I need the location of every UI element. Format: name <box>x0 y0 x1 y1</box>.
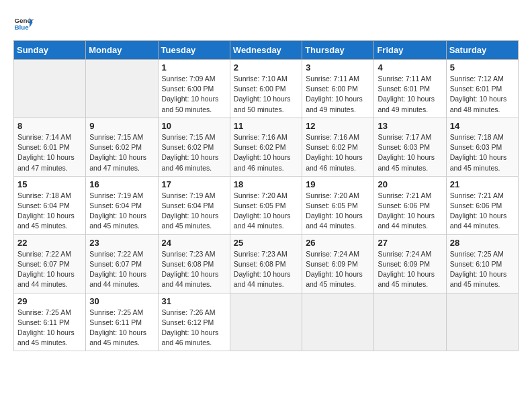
day-number: 14 <box>450 121 515 131</box>
day-number: 4 <box>378 62 442 73</box>
day-info: Sunrise: 7:22 AMSunset: 6:07 PMDaylight:… <box>89 249 154 290</box>
calendar-cell: 19Sunrise: 7:20 AMSunset: 6:05 PMDayligh… <box>302 176 374 234</box>
calendar-week-row: 15Sunrise: 7:18 AMSunset: 6:04 PMDayligh… <box>14 176 519 234</box>
calendar-cell: 12Sunrise: 7:16 AMSunset: 6:02 PMDayligh… <box>302 118 374 176</box>
day-info: Sunrise: 7:18 AMSunset: 6:03 PMDaylight:… <box>450 132 515 173</box>
calendar-cell: 23Sunrise: 7:22 AMSunset: 6:07 PMDayligh… <box>86 234 158 293</box>
calendar-cell <box>374 293 446 351</box>
day-info: Sunrise: 7:25 AMSunset: 6:11 PMDaylight:… <box>89 308 154 349</box>
day-number: 15 <box>17 179 82 189</box>
day-info: Sunrise: 7:12 AMSunset: 6:01 PMDaylight:… <box>450 74 515 115</box>
calendar-week-row: 1Sunrise: 7:09 AMSunset: 6:00 PMDaylight… <box>14 60 519 118</box>
page-header: General Blue <box>13 13 519 34</box>
day-info: Sunrise: 7:16 AMSunset: 6:02 PMDaylight:… <box>306 132 370 173</box>
day-info: Sunrise: 7:21 AMSunset: 6:06 PMDaylight:… <box>450 191 515 232</box>
day-number: 8 <box>17 121 82 131</box>
day-info: Sunrise: 7:09 AMSunset: 6:00 PMDaylight:… <box>162 74 226 115</box>
day-number: 28 <box>450 238 515 248</box>
day-number: 27 <box>378 238 442 248</box>
calendar-cell: 28Sunrise: 7:25 AMSunset: 6:10 PMDayligh… <box>446 234 518 293</box>
day-number: 20 <box>378 179 442 189</box>
day-number: 10 <box>162 121 226 131</box>
calendar-cell <box>14 60 86 118</box>
calendar-cell: 27Sunrise: 7:24 AMSunset: 6:09 PMDayligh… <box>374 234 446 293</box>
day-number: 19 <box>306 179 370 189</box>
calendar-cell: 24Sunrise: 7:23 AMSunset: 6:08 PMDayligh… <box>158 234 230 293</box>
svg-text:Blue: Blue <box>15 24 30 31</box>
day-number: 23 <box>89 238 154 248</box>
calendar-week-row: 8Sunrise: 7:14 AMSunset: 6:01 PMDaylight… <box>14 118 519 176</box>
day-number: 22 <box>17 238 82 248</box>
day-number: 30 <box>89 296 154 306</box>
day-info: Sunrise: 7:23 AMSunset: 6:08 PMDaylight:… <box>162 249 226 290</box>
day-info: Sunrise: 7:25 AMSunset: 6:11 PMDaylight:… <box>17 308 82 349</box>
dow-header: Saturday <box>446 41 518 60</box>
day-info: Sunrise: 7:17 AMSunset: 6:03 PMDaylight:… <box>378 132 442 173</box>
calendar-cell: 8Sunrise: 7:14 AMSunset: 6:01 PMDaylight… <box>14 118 86 176</box>
calendar-cell: 10Sunrise: 7:15 AMSunset: 6:02 PMDayligh… <box>158 118 230 176</box>
calendar-cell <box>86 60 158 118</box>
day-number: 21 <box>450 179 515 189</box>
day-number: 12 <box>306 121 370 131</box>
day-info: Sunrise: 7:21 AMSunset: 6:06 PMDaylight:… <box>378 191 442 232</box>
calendar-cell: 31Sunrise: 7:26 AMSunset: 6:12 PMDayligh… <box>158 293 230 351</box>
calendar-cell: 5Sunrise: 7:12 AMSunset: 6:01 PMDaylight… <box>446 60 518 118</box>
calendar-cell: 30Sunrise: 7:25 AMSunset: 6:11 PMDayligh… <box>86 293 158 351</box>
dow-header: Tuesday <box>158 41 230 60</box>
dow-header: Friday <box>374 41 446 60</box>
day-number: 29 <box>17 296 82 306</box>
calendar-cell: 22Sunrise: 7:22 AMSunset: 6:07 PMDayligh… <box>14 234 86 293</box>
calendar-cell: 3Sunrise: 7:11 AMSunset: 6:00 PMDaylight… <box>302 60 374 118</box>
day-info: Sunrise: 7:15 AMSunset: 6:02 PMDaylight:… <box>162 132 226 173</box>
day-number: 2 <box>234 62 298 73</box>
dow-header: Sunday <box>14 41 86 60</box>
day-number: 11 <box>234 121 298 131</box>
calendar-cell: 1Sunrise: 7:09 AMSunset: 6:00 PMDaylight… <box>158 60 230 118</box>
calendar-cell: 13Sunrise: 7:17 AMSunset: 6:03 PMDayligh… <box>374 118 446 176</box>
day-number: 18 <box>234 179 298 189</box>
calendar-week-row: 22Sunrise: 7:22 AMSunset: 6:07 PMDayligh… <box>14 234 519 293</box>
calendar-cell: 16Sunrise: 7:19 AMSunset: 6:04 PMDayligh… <box>86 176 158 234</box>
calendar-cell: 2Sunrise: 7:10 AMSunset: 6:00 PMDaylight… <box>230 60 302 118</box>
day-info: Sunrise: 7:18 AMSunset: 6:04 PMDaylight:… <box>17 191 82 232</box>
calendar-week-row: 29Sunrise: 7:25 AMSunset: 6:11 PMDayligh… <box>14 293 519 351</box>
dow-header: Monday <box>86 41 158 60</box>
day-info: Sunrise: 7:24 AMSunset: 6:09 PMDaylight:… <box>378 249 442 290</box>
calendar-cell: 29Sunrise: 7:25 AMSunset: 6:11 PMDayligh… <box>14 293 86 351</box>
day-number: 25 <box>234 238 298 248</box>
day-info: Sunrise: 7:11 AMSunset: 6:00 PMDaylight:… <box>306 74 370 115</box>
day-number: 13 <box>378 121 442 131</box>
day-info: Sunrise: 7:20 AMSunset: 6:05 PMDaylight:… <box>234 191 298 232</box>
day-number: 17 <box>162 179 226 189</box>
day-info: Sunrise: 7:22 AMSunset: 6:07 PMDaylight:… <box>17 249 82 290</box>
day-info: Sunrise: 7:14 AMSunset: 6:01 PMDaylight:… <box>17 132 82 173</box>
day-info: Sunrise: 7:25 AMSunset: 6:10 PMDaylight:… <box>450 249 515 290</box>
day-info: Sunrise: 7:15 AMSunset: 6:02 PMDaylight:… <box>89 132 154 173</box>
logo: General Blue <box>13 13 34 34</box>
day-number: 24 <box>162 238 226 248</box>
calendar-cell: 18Sunrise: 7:20 AMSunset: 6:05 PMDayligh… <box>230 176 302 234</box>
calendar-cell: 21Sunrise: 7:21 AMSunset: 6:06 PMDayligh… <box>446 176 518 234</box>
day-number: 5 <box>450 62 515 73</box>
day-number: 31 <box>162 296 226 306</box>
day-info: Sunrise: 7:26 AMSunset: 6:12 PMDaylight:… <box>162 308 226 349</box>
calendar-cell: 25Sunrise: 7:23 AMSunset: 6:08 PMDayligh… <box>230 234 302 293</box>
calendar-body: 1Sunrise: 7:09 AMSunset: 6:00 PMDaylight… <box>14 60 519 351</box>
logo-icon: General Blue <box>13 13 34 34</box>
calendar-cell: 14Sunrise: 7:18 AMSunset: 6:03 PMDayligh… <box>446 118 518 176</box>
calendar-cell: 17Sunrise: 7:19 AMSunset: 6:04 PMDayligh… <box>158 176 230 234</box>
calendar-cell: 4Sunrise: 7:11 AMSunset: 6:01 PMDaylight… <box>374 60 446 118</box>
dow-header: Thursday <box>302 41 374 60</box>
calendar-cell: 20Sunrise: 7:21 AMSunset: 6:06 PMDayligh… <box>374 176 446 234</box>
day-info: Sunrise: 7:16 AMSunset: 6:02 PMDaylight:… <box>234 132 298 173</box>
day-info: Sunrise: 7:24 AMSunset: 6:09 PMDaylight:… <box>306 249 370 290</box>
day-info: Sunrise: 7:19 AMSunset: 6:04 PMDaylight:… <box>162 191 226 232</box>
calendar-cell <box>230 293 302 351</box>
day-number: 3 <box>306 62 370 73</box>
calendar-cell: 15Sunrise: 7:18 AMSunset: 6:04 PMDayligh… <box>14 176 86 234</box>
day-info: Sunrise: 7:11 AMSunset: 6:01 PMDaylight:… <box>378 74 442 115</box>
day-number: 9 <box>89 121 154 131</box>
calendar-cell <box>302 293 374 351</box>
calendar-cell: 26Sunrise: 7:24 AMSunset: 6:09 PMDayligh… <box>302 234 374 293</box>
day-info: Sunrise: 7:23 AMSunset: 6:08 PMDaylight:… <box>234 249 298 290</box>
